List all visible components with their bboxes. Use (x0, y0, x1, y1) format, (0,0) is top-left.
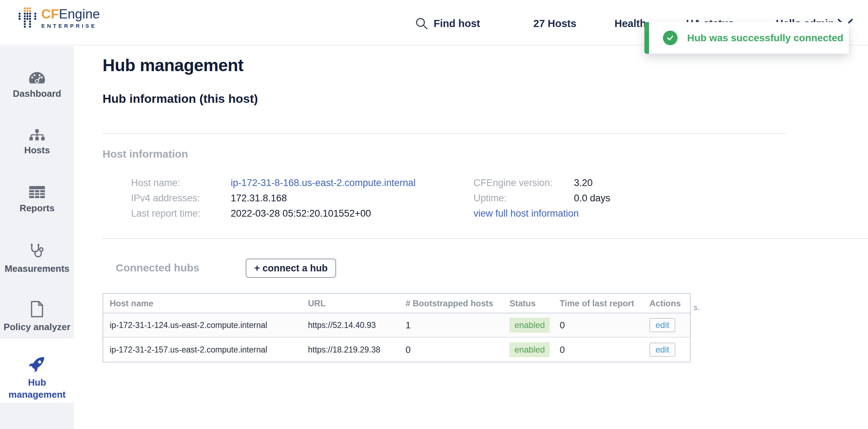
last-report-value: 2022-03-28 05:52:20.101552+00 (231, 206, 371, 221)
row-url: https://18.219.29.38 (302, 345, 399, 355)
table-icon (29, 186, 45, 198)
column-header-status: Status (503, 298, 553, 308)
connected-hubs-table: Host name URL # Bootstrapped hosts Statu… (103, 293, 691, 362)
sidebar-item-label: Dashboard (0, 88, 74, 100)
uptime-label: Uptime: (474, 190, 507, 206)
last-report-label: Last report time: (131, 206, 200, 221)
host-name-label: Host name: (131, 175, 180, 191)
status-badge: enabled (509, 342, 550, 357)
logo-enterprise: ENTERPRISE (41, 23, 100, 29)
gauge-icon (28, 72, 46, 84)
ipv4-label: IPv4 addresses: (131, 190, 200, 206)
row-last-report: 0 (553, 344, 643, 355)
host-information-heading: Host information (103, 148, 188, 160)
nav-health[interactable]: Health (615, 16, 646, 31)
success-check-icon (663, 31, 678, 45)
divider (103, 133, 786, 134)
logo-engine: Engine (59, 7, 100, 21)
document-icon (30, 301, 44, 317)
nav-hosts-count[interactable]: 27 Hosts (533, 16, 576, 31)
toast-accent-bar (644, 22, 649, 54)
column-header-host-name: Host name (103, 298, 302, 308)
cfengine-logo[interactable]: CFEngine ENTERPRISE (19, 7, 100, 29)
column-header-actions: Actions (643, 298, 690, 308)
search-icon[interactable] (415, 17, 428, 30)
sidebar-item-policy-analyzer[interactable]: Policy analyzer (0, 301, 74, 333)
sidebar-item-label: Measurements (0, 263, 74, 275)
stethoscope-icon (29, 243, 45, 259)
main-content: Hub management Hub information (this hos… (74, 46, 868, 429)
row-last-report: 0 (553, 320, 643, 331)
row-actions: edit (643, 343, 690, 357)
edit-button[interactable]: edit (649, 343, 675, 357)
logo-cf: CF (41, 7, 59, 21)
edit-button[interactable]: edit (649, 318, 675, 332)
sidebar-item-measurements[interactable]: Measurements (0, 243, 74, 275)
logo-mark-icon (19, 7, 36, 28)
divider (103, 238, 868, 239)
sidebar-item-label: Policy analyzer (0, 321, 74, 333)
column-header-time-of-last-report: Time of last report (553, 298, 643, 308)
row-host-name: ip-172-31-2-157.us-east-2.compute.intern… (103, 345, 302, 355)
connected-hubs-heading: Connected hubs (116, 262, 199, 274)
sidebar-item-reports[interactable]: Reports (0, 186, 74, 214)
hub-management-page: CFEngine ENTERPRISE Find host 27 Hosts H… (0, 0, 868, 429)
success-toast: Hub was successfully connected (644, 22, 849, 54)
sitemap-icon (29, 129, 45, 141)
row-url: https://52.14.40.93 (302, 321, 399, 330)
row-host-name: ip-172-31-1-124.us-east-2.compute.intern… (103, 321, 302, 330)
status-badge: enabled (509, 318, 550, 333)
cfengine-version-label: CFEngine version: (474, 175, 553, 191)
toast-message: Hub was successfully connected (687, 22, 843, 54)
sidebar-item-hub-management[interactable]: Hub management (0, 356, 74, 401)
row-status: enabled (503, 342, 553, 357)
ipv4-value: 172.31.8.168 (231, 190, 287, 206)
page-title: Hub management (103, 55, 244, 75)
page-subtitle: Hub information (this host) (103, 92, 258, 106)
sidebar-item-hosts[interactable]: Hosts (0, 129, 74, 156)
view-full-host-information-link[interactable]: view full host information (474, 206, 579, 221)
sidebar-item-dashboard[interactable]: Dashboard (0, 72, 74, 100)
clipped-text-fragment: s. (694, 303, 700, 312)
sidebar-item-label: Hub management (0, 376, 74, 401)
table-header-row: Host name URL # Bootstrapped hosts Statu… (103, 294, 690, 313)
find-host-search[interactable]: Find host (434, 16, 480, 31)
rocket-icon (29, 356, 45, 373)
connect-a-hub-button[interactable]: + connect a hub (246, 259, 336, 278)
sidebar: Dashboard Hosts Reports (0, 46, 74, 429)
cfengine-version-value: 3.20 (574, 175, 593, 191)
logo-text: CFEngine ENTERPRISE (41, 7, 100, 29)
uptime-value: 0.0 days (574, 190, 610, 206)
column-header-url: URL (302, 298, 399, 308)
sidebar-item-label: Reports (0, 202, 74, 214)
sidebar-item-label: Hosts (0, 144, 74, 156)
host-name-link[interactable]: ip-172-31-8-168.us-east-2.compute.intern… (231, 175, 415, 191)
row-actions: edit (643, 318, 690, 332)
row-bootstrapped-count: 1 (399, 320, 503, 331)
row-bootstrapped-count: 0 (399, 344, 503, 355)
row-status: enabled (503, 318, 553, 333)
table-row: ip-172-31-1-124.us-east-2.compute.intern… (103, 313, 690, 338)
column-header-bootstrapped: # Bootstrapped hosts (399, 298, 503, 308)
table-row: ip-172-31-2-157.us-east-2.compute.intern… (103, 338, 690, 362)
